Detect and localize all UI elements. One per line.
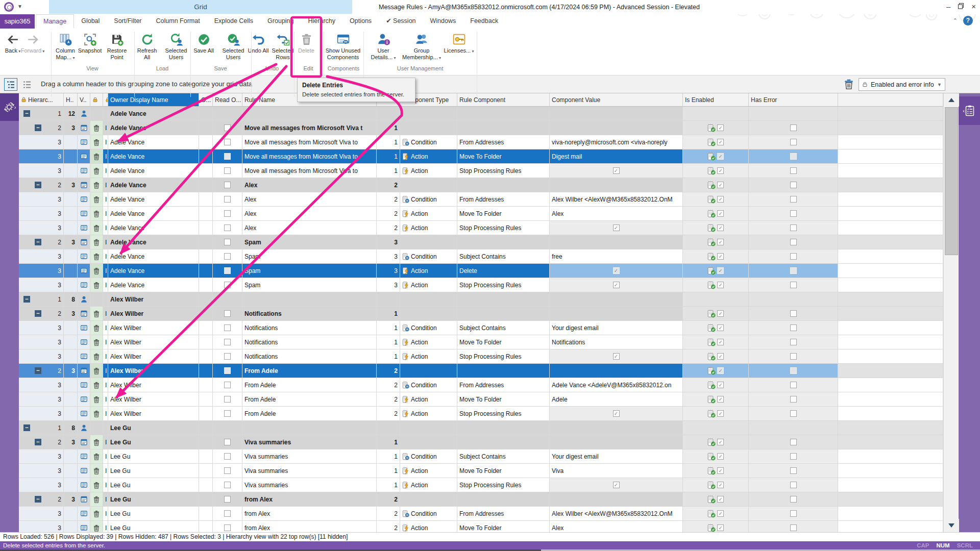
checkbox-checked[interactable] bbox=[717, 267, 724, 274]
collapse-button[interactable]: − bbox=[35, 310, 41, 317]
checkbox[interactable] bbox=[224, 396, 231, 403]
collapse-button[interactable]: − bbox=[23, 424, 30, 431]
collapse-button[interactable]: − bbox=[23, 110, 30, 117]
checkbox-checked[interactable] bbox=[613, 410, 620, 417]
checkbox[interactable] bbox=[224, 482, 231, 488]
column-header-read-o[interactable]: Read O... bbox=[213, 93, 242, 107]
checkbox[interactable] bbox=[224, 524, 231, 531]
tab-options[interactable]: Options bbox=[342, 14, 379, 28]
refresh-all-button[interactable]: Refresh All bbox=[134, 30, 160, 66]
scroll-up-button[interactable] bbox=[944, 93, 959, 107]
detail-row[interactable]: 3ILee Gufrom Alex2ConditionFrom Addresse… bbox=[19, 507, 943, 521]
checkbox[interactable] bbox=[790, 367, 797, 374]
group-membership-button[interactable]: Group Membership... ▾ bbox=[400, 30, 444, 66]
column-header-rule-component[interactable]: Rule Component bbox=[457, 93, 550, 107]
column-header-hierarchy[interactable]: Hierarc... bbox=[19, 93, 64, 107]
checkbox[interactable] bbox=[790, 267, 797, 274]
checkbox-checked[interactable] bbox=[717, 510, 724, 517]
detail-row[interactable]: 3IAdele VanceMove all messages from Micr… bbox=[19, 149, 943, 164]
collapse-button[interactable]: − bbox=[35, 439, 41, 445]
group-row-level-2[interactable]: −23IAlex WilberNotifications1 bbox=[19, 307, 943, 321]
column-header-has-error[interactable]: Has Error bbox=[749, 93, 838, 107]
checkbox-checked[interactable] bbox=[717, 153, 724, 160]
report-panel-button[interactable]: ‹ bbox=[959, 96, 980, 125]
tab-explode-cells[interactable]: Explode Cells bbox=[207, 14, 260, 28]
checkbox[interactable] bbox=[224, 267, 231, 274]
tab-global[interactable]: Global bbox=[74, 14, 107, 28]
group-row-level-2[interactable]: −23IAlex WilberFrom Adele2 bbox=[19, 364, 943, 378]
checkbox[interactable] bbox=[224, 496, 231, 503]
vertical-scrollbar[interactable] bbox=[943, 93, 959, 532]
checkbox-checked[interactable] bbox=[717, 167, 724, 174]
checkbox-checked[interactable] bbox=[717, 124, 724, 131]
checkbox[interactable] bbox=[790, 482, 797, 488]
checkbox-checked[interactable] bbox=[613, 224, 620, 231]
checkbox-checked[interactable] bbox=[717, 367, 724, 374]
save-selected-users-button[interactable]: Selected Users bbox=[217, 30, 249, 66]
checkbox-checked[interactable] bbox=[717, 382, 724, 388]
tab-grouping[interactable]: Grouping bbox=[260, 14, 301, 28]
checkbox[interactable] bbox=[224, 324, 231, 331]
checkbox[interactable] bbox=[224, 510, 231, 517]
checkbox-checked[interactable] bbox=[717, 524, 724, 531]
checkbox-checked[interactable] bbox=[613, 267, 620, 274]
checkbox[interactable] bbox=[790, 139, 797, 145]
checkbox-checked[interactable] bbox=[613, 482, 620, 488]
collapse-button[interactable]: − bbox=[35, 367, 41, 374]
snapshot-button[interactable]: Snapshot bbox=[76, 30, 104, 66]
checkbox[interactable] bbox=[790, 196, 797, 203]
column-header-trash[interactable] bbox=[90, 93, 103, 107]
group-row-level-2[interactable]: −23IAdele VanceAlex2 bbox=[19, 178, 943, 192]
tab-windows[interactable]: Windows bbox=[423, 14, 463, 28]
checkbox[interactable] bbox=[790, 210, 797, 217]
detail-row[interactable]: 3ILee GuViva summaries1ActionMove To Fol… bbox=[19, 464, 943, 478]
checkbox[interactable] bbox=[790, 282, 797, 288]
close-button[interactable]: × bbox=[971, 2, 976, 11]
checkbox[interactable] bbox=[224, 310, 231, 317]
collapse-ribbon-icon[interactable]: ⌃ bbox=[953, 17, 958, 24]
column-header-owner-display-name[interactable]: Owner Display Name bbox=[108, 93, 199, 107]
checkbox[interactable] bbox=[790, 124, 797, 131]
group-row-level-1[interactable]: −18Lee Gu bbox=[19, 421, 943, 435]
group-row-level-1[interactable]: −112Adele Vance bbox=[19, 107, 943, 121]
checkbox[interactable] bbox=[224, 239, 231, 245]
checkbox-checked[interactable] bbox=[717, 239, 724, 245]
detail-row[interactable]: 3IAdele VanceMove all messages from Micr… bbox=[19, 135, 943, 149]
tab-feedback[interactable]: Feedback bbox=[463, 14, 505, 28]
checkbox-checked[interactable] bbox=[613, 353, 620, 360]
checkbox[interactable] bbox=[790, 410, 797, 417]
checkbox[interactable] bbox=[224, 153, 231, 160]
group-row-level-1[interactable]: −18Alex Wilber bbox=[19, 292, 943, 307]
checkbox[interactable] bbox=[790, 439, 797, 445]
checkbox[interactable] bbox=[224, 253, 231, 260]
detail-row[interactable]: 3IAlex WilberNotifications1ConditionSubj… bbox=[19, 321, 943, 335]
checkbox[interactable] bbox=[790, 239, 797, 245]
checkbox[interactable] bbox=[224, 210, 231, 217]
user-details-button[interactable]: iUser Details... ▾ bbox=[367, 30, 400, 66]
collapse-button[interactable]: − bbox=[23, 296, 30, 303]
detail-row[interactable]: 3IAlex WilberFrom Adele2ActionStop Proce… bbox=[19, 407, 943, 421]
group-row-level-2[interactable]: −23ILee GuViva summaries1 bbox=[19, 435, 943, 449]
checkbox[interactable] bbox=[790, 167, 797, 174]
detail-row[interactable]: 3IAdele VanceSpam3ConditionSubject Conta… bbox=[19, 249, 943, 264]
forward-button[interactable]: Forward ▾ bbox=[20, 30, 45, 66]
checkbox-checked[interactable] bbox=[717, 410, 724, 417]
checkbox[interactable] bbox=[790, 396, 797, 403]
checkbox[interactable] bbox=[790, 310, 797, 317]
help-icon[interactable]: ? bbox=[963, 16, 973, 26]
checkbox[interactable] bbox=[224, 467, 231, 474]
restore-button[interactable] bbox=[958, 2, 964, 11]
detail-row[interactable]: 3IAlex WilberNotifications1ActionMove To… bbox=[19, 335, 943, 349]
detail-row[interactable]: 3IAlex WilberNotifications1ActionStop Pr… bbox=[19, 349, 943, 364]
checkbox[interactable] bbox=[790, 339, 797, 345]
checkbox[interactable] bbox=[224, 453, 231, 460]
checkbox-checked[interactable] bbox=[717, 196, 724, 203]
checkbox-checked[interactable] bbox=[717, 139, 724, 145]
detail-row[interactable]: 3IAdele VanceAlex2ActionStop Processing … bbox=[19, 221, 943, 235]
column-header-clip[interactable] bbox=[103, 93, 108, 107]
checkbox[interactable] bbox=[224, 382, 231, 388]
checkbox-checked[interactable] bbox=[717, 496, 724, 503]
detail-row[interactable]: 3IAdele VanceSpam3ActionStop Processing … bbox=[19, 278, 943, 292]
checkbox[interactable] bbox=[224, 124, 231, 131]
checkbox[interactable] bbox=[224, 196, 231, 203]
